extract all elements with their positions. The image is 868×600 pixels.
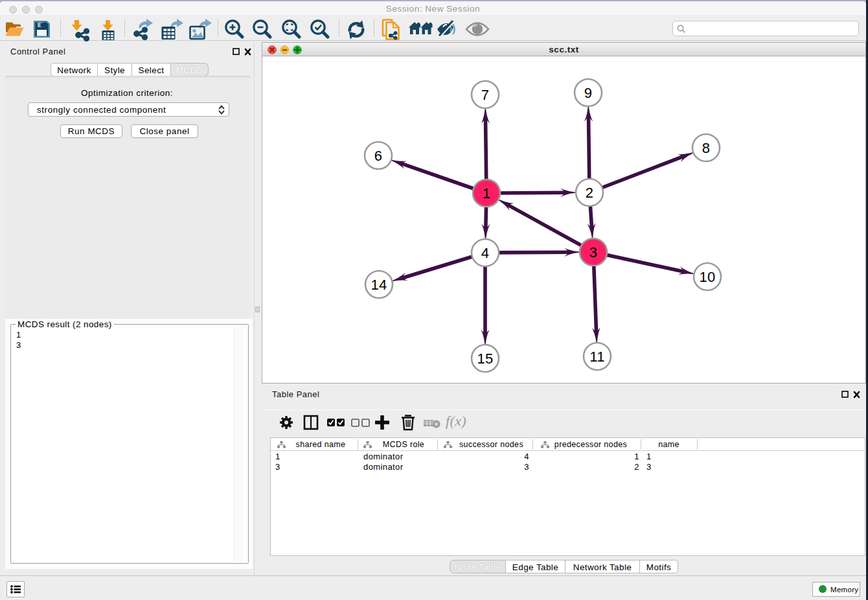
svg-text:15: 15 (477, 351, 493, 367)
svg-text:7: 7 (481, 87, 490, 103)
svg-text:9: 9 (584, 85, 593, 101)
svg-text:3: 3 (589, 244, 598, 260)
svg-text:8: 8 (702, 140, 711, 156)
svg-text:2: 2 (586, 185, 594, 201)
svg-text:4: 4 (481, 245, 490, 261)
svg-text:14: 14 (371, 277, 387, 293)
svg-text:6: 6 (374, 148, 383, 164)
svg-text:11: 11 (589, 349, 605, 365)
svg-text:1: 1 (483, 185, 491, 202)
svg-text:10: 10 (699, 269, 715, 285)
